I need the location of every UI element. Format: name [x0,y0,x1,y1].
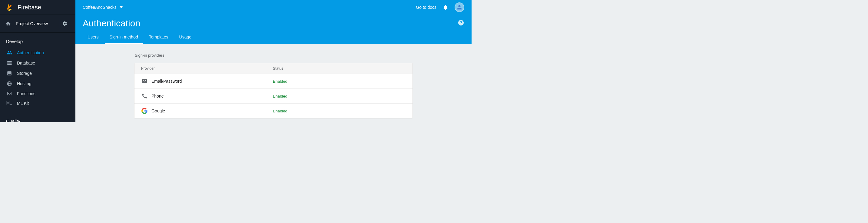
sidebar-item-label: Database [17,61,35,65]
providers-section-title: Sign-in providers [134,53,413,58]
user-avatar[interactable] [455,2,464,12]
home-icon [5,21,11,26]
sidebar-item-label: Authentication [17,50,44,55]
sidebar-item-authentication[interactable]: Authentication [0,47,75,58]
providers-table: Provider Status Email/Password Enabled [134,63,413,119]
go-to-docs-link[interactable]: Go to docs [416,5,436,10]
google-icon [141,107,148,114]
table-row[interactable]: Phone Enabled [134,89,412,104]
sidebar-item-label: ML Kit [17,101,29,106]
main: CoffeeAndSnacks Go to docs Authenticatio… [75,0,471,122]
notifications-button[interactable] [442,4,448,10]
sidebar-item-database[interactable]: Database [0,58,75,68]
tab-templates[interactable]: Templates [144,31,173,44]
provider-status: Enabled [273,94,406,98]
project-overview-label: Project Overview [16,21,48,26]
sidebar-item-label: Functions [17,91,35,96]
functions-icon [6,92,13,96]
mlkit-icon [6,101,13,105]
bell-icon [442,4,448,10]
project-selector[interactable]: CoffeeAndSnacks [83,5,123,10]
phone-icon [141,93,148,99]
providers-section: Sign-in providers Provider Status Email/… [134,53,413,119]
project-overview-row[interactable]: Project Overview [0,14,75,33]
provider-status: Enabled [273,79,406,84]
tab-users[interactable]: Users [83,31,103,44]
tab-usage[interactable]: Usage [175,31,196,44]
brand-name: Firebase [18,4,41,11]
table-header: Provider Status [134,63,412,74]
sidebar-item-storage[interactable]: Storage [0,68,75,78]
person-icon [456,4,463,10]
gear-icon [62,21,67,26]
firebase-logo-icon [5,3,18,11]
section-title-develop: Develop [0,33,75,47]
provider-name: Email/Password [151,79,182,84]
help-button[interactable] [458,20,464,26]
tabs: Users Sign-in method Templates Usage [83,31,464,44]
sidebar-item-label: Hosting [17,81,31,86]
people-icon [6,50,13,56]
provider-status: Enabled [273,109,406,113]
table-row[interactable]: Google Enabled [134,104,412,118]
globe-icon [6,81,13,86]
settings-button[interactable] [59,19,70,28]
section-title-quality: Quality [0,114,75,122]
caret-down-icon [120,6,123,8]
email-icon [141,78,148,85]
sidebar-item-label: Storage [17,71,32,76]
column-provider: Provider [141,66,273,71]
storage-icon [6,71,13,76]
project-name: CoffeeAndSnacks [83,5,117,10]
provider-name: Phone [151,94,163,98]
help-icon [458,20,464,26]
column-status: Status [273,66,406,71]
sidebar: Firebase Project Overview Develop Authen… [0,0,75,122]
brand[interactable]: Firebase [0,0,75,14]
page-header: Authentication Users Sign-in method Temp… [75,14,471,44]
provider-name: Google [151,108,165,113]
sidebar-item-hosting[interactable]: Hosting [0,78,75,89]
page-title: Authentication [83,14,140,31]
sidebar-item-mlkit[interactable]: ML Kit [0,98,75,108]
content: Sign-in providers Provider Status Email/… [75,44,471,122]
tab-signin-method[interactable]: Sign-in method [105,31,143,44]
table-row[interactable]: Email/Password Enabled [134,74,412,89]
sidebar-item-functions[interactable]: Functions [0,89,75,98]
nav-develop: Authentication Database Storage Hosting … [0,47,75,108]
topbar: CoffeeAndSnacks Go to docs [75,0,471,14]
database-icon [6,60,13,66]
